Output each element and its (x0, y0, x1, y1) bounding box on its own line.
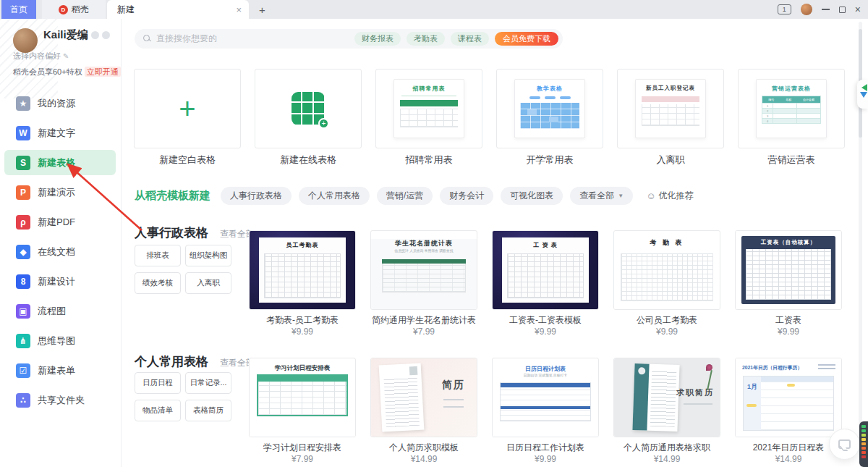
template-card[interactable]: 求职简历 (613, 358, 720, 437)
template-card[interactable]: 日历日程计划表 日期自动 完成预览 目标打卡 (492, 358, 599, 437)
template-card[interactable]: 考 勤 表 (613, 230, 720, 310)
nav-tab-marketing[interactable]: 营销/运营 (377, 187, 433, 205)
quick-filter-button[interactable]: 表格简历 (185, 400, 231, 421)
design-icon: 8 (16, 274, 30, 289)
feedback-chat-button[interactable] (829, 429, 860, 460)
recruit-template-card[interactable]: 招聘常用表 (375, 69, 482, 148)
quick-filter-button[interactable]: 日常记录... (185, 372, 231, 394)
search-tag[interactable]: 课程表 (451, 32, 489, 46)
vip-download-button[interactable]: 会员免费下载 (495, 32, 558, 46)
preview-title: 学生花名册统计表 (371, 239, 477, 248)
search-tag[interactable]: 财务报表 (354, 32, 401, 46)
new-blank-sheet-card[interactable]: + (134, 69, 241, 148)
sidebar-item-new-spreadsheet[interactable]: S 新建表格 (0, 148, 122, 177)
titlebar-avatar[interactable] (801, 4, 812, 15)
search-tag[interactable]: 考勤表 (407, 32, 445, 46)
template-price: ¥14.99 (728, 454, 849, 464)
window-count-value: 1 (783, 6, 786, 13)
tab-docer[interactable]: D 稻壳 (42, 0, 106, 19)
template-card[interactable]: 员工考勤表 (249, 230, 356, 310)
preview-title: 工资表（自动核算） (741, 239, 835, 246)
template-card[interactable]: 简历 (370, 358, 477, 437)
preview-title: 员工考勤表 (259, 241, 346, 249)
new-tab-button[interactable]: + (259, 4, 265, 16)
nav-tab-hr[interactable]: 人事行政表格 (221, 187, 292, 205)
preference-link[interactable]: 选择内容偏好 ✎ (13, 51, 121, 62)
sidebar: Kaili爱编 选择内容偏好 ✎ 稻壳会员享60+特权立即开通 ★ 我的资源 W… (0, 19, 122, 467)
nav-tab-finance[interactable]: 财务会计 (440, 187, 493, 205)
my-resources-icon: ★ (16, 96, 30, 111)
home-button[interactable]: 首页 (1, 0, 36, 19)
close-button[interactable]: × (855, 4, 861, 14)
chat-bubble-icon (838, 439, 851, 449)
search-icon (143, 35, 151, 43)
template-name[interactable]: 公司员工考勤表 (606, 314, 728, 327)
quick-card-label: 营销运营表 (738, 153, 845, 167)
window-count-icon[interactable]: 1 (778, 4, 791, 14)
sidebar-menu: ★ 我的资源 W 新建文字 S 新建表格 P 新建演示 ρ 新建PDF ◆ 在线… (0, 88, 122, 415)
template-card[interactable]: 工资表（自动核算） (735, 230, 842, 310)
feedback-color-widget[interactable] (859, 421, 868, 467)
template-card[interactable]: 2021年日历（日程行事历） 1月 (735, 358, 842, 437)
template-name[interactable]: 工资表-工资表模板 (485, 314, 606, 327)
search-bar[interactable]: 直接搜你想要的 财务报表 考勤表 课程表 会员免费下载 (135, 29, 563, 49)
sidebar-item-label: 思维导图 (38, 335, 75, 348)
template-price: ¥9.99 (242, 327, 363, 337)
template-card[interactable]: 工 资 表 (492, 230, 599, 310)
vip-activate-link[interactable]: 立即开通 (85, 67, 121, 77)
nav-tab-charts[interactable]: 可视化图表 (501, 187, 563, 205)
tab-new[interactable]: 新建 × (107, 0, 249, 19)
maximize-button[interactable] (839, 7, 846, 13)
sidebar-item-label: 共享文件夹 (38, 394, 85, 407)
template-nav: 从稻壳模板新建 人事行政表格 个人常用表格 营销/运营 财务会计 可视化图表 查… (135, 187, 694, 205)
search-input[interactable]: 直接搜你想要的 (156, 33, 354, 45)
sidebar-item-new-design[interactable]: 8 新建设计 (0, 266, 122, 296)
sidebar-item-new-writer[interactable]: W 新建文字 (0, 118, 122, 148)
minimize-button[interactable] (822, 9, 830, 10)
template-name[interactable]: 工资表 (728, 314, 849, 327)
sidebar-item-flowchart[interactable]: ▣ 流程图 (0, 296, 122, 326)
school-template-card[interactable]: 教学表格 (496, 69, 603, 148)
new-online-sheet-card[interactable]: + (255, 69, 362, 148)
template-name[interactable]: 考勤表-员工考勤表 (242, 314, 363, 327)
flowchart-icon: ▣ (16, 304, 30, 319)
template-name[interactable]: 日历日程工作计划表 (485, 442, 606, 454)
side-panel-toggle[interactable] (857, 80, 868, 109)
quick-filter-button[interactable]: 入离职 (185, 272, 231, 294)
nav-tab-personal[interactable]: 个人常用表格 (299, 187, 370, 205)
section-personal-header: 个人常用表格 查看全部 (135, 353, 255, 370)
section-title: 人事行政表格 (135, 224, 208, 241)
nav-view-all-dropdown[interactable]: 查看全部▼ (570, 187, 633, 205)
template-name[interactable]: 个人简历求职模板 (363, 442, 485, 454)
template-name[interactable]: 个人简历通用表格求职 (606, 442, 728, 454)
section-title: 个人常用表格 (135, 353, 208, 370)
quick-filter-button[interactable]: 组织架构图 (185, 245, 231, 266)
template-card[interactable]: 学生花名册统计表 信息统计 人员查询 常用筛查 调薪查找 (370, 230, 477, 310)
optimize-recommend-toggle[interactable]: ☺ 优化推荐 (646, 190, 693, 202)
marketing-template-card[interactable]: 营销运营表格 编号 名称 合计金额 1 2 3 4 (738, 69, 845, 148)
quick-filter-button[interactable]: 绩效考核 (135, 272, 181, 294)
sidebar-item-label: 新建表格 (38, 156, 75, 169)
onboarding-template-card[interactable]: 新员工入职登记表 (617, 69, 724, 148)
sidebar-item-label: 新建PDF (38, 216, 75, 229)
template-card[interactable]: 学习计划日程安排表 (249, 358, 356, 437)
sidebar-item-online-doc[interactable]: ◆ 在线文档 (0, 237, 122, 266)
smiley-icon: ☺ (646, 190, 655, 201)
template-name[interactable]: 学习计划日程安排表 (242, 442, 363, 454)
sidebar-item-shared-folder[interactable]: ∴ 共享文件夹 (0, 385, 122, 415)
quick-filter-button[interactable]: 物品清单 (135, 400, 181, 421)
template-preview: 招聘常用表 (393, 79, 464, 138)
sidebar-item-new-form[interactable]: ☑ 新建表单 (0, 355, 122, 385)
online-sheet-icon: + (292, 92, 325, 125)
quick-filter-button[interactable]: 排班表 (135, 245, 181, 266)
tab-close-icon[interactable]: × (236, 4, 242, 15)
quick-filter-button[interactable]: 日历日程 (135, 372, 181, 394)
sidebar-item-my-resources[interactable]: ★ 我的资源 (0, 88, 122, 118)
template-name[interactable]: 简约通用学生花名册统计表 (363, 314, 485, 327)
sidebar-item-new-pdf[interactable]: ρ 新建PDF (0, 207, 122, 237)
user-avatar[interactable] (13, 28, 38, 53)
sidebar-item-mindmap[interactable]: ⋔ 思维导图 (0, 326, 122, 355)
sidebar-item-new-presentation[interactable]: P 新建演示 (0, 177, 122, 207)
template-price: ¥9.99 (606, 327, 728, 337)
mindmap-icon: ⋔ (16, 334, 30, 348)
